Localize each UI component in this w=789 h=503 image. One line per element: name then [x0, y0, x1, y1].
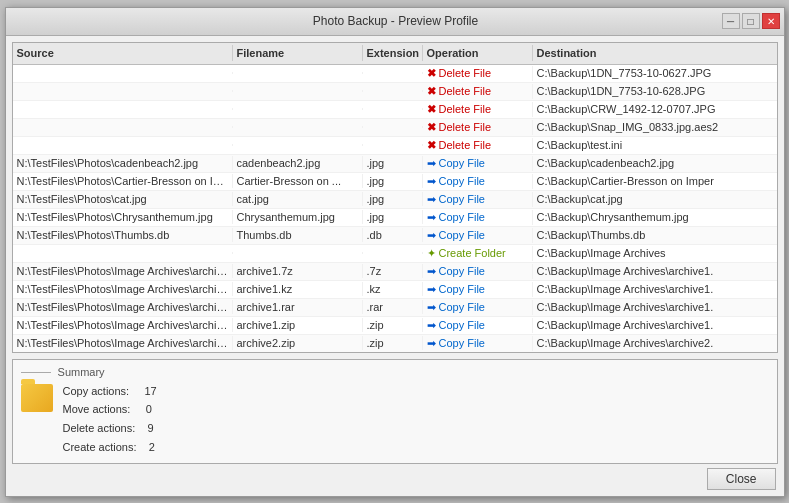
folder-icon: [21, 384, 53, 412]
table-row[interactable]: ✖Delete FileC:\Backup\Snap_IMG_0833.jpg.…: [13, 119, 777, 137]
cell-source: [13, 252, 233, 254]
delete-icon: ✖: [427, 85, 436, 98]
table-row[interactable]: N:\TestFiles\Photos\Image Archives\archi…: [13, 335, 777, 352]
file-table: Source Filename Extension Operation Dest…: [12, 42, 778, 353]
cell-filename: [233, 252, 363, 254]
cell-destination: C:\Backup\test.ini: [533, 138, 777, 152]
cell-operation: ✖Delete File: [423, 102, 533, 117]
table-row[interactable]: ✦Create FolderC:\Backup\Image Archives: [13, 245, 777, 263]
op-label: Copy File: [439, 211, 485, 223]
table-row[interactable]: N:\TestFiles\Photos\Chrysanthemum.jpgChr…: [13, 209, 777, 227]
copy-actions-label: Copy actions:: [63, 385, 130, 397]
table-row[interactable]: N:\TestFiles\Photos\Image Archives\archi…: [13, 299, 777, 317]
cell-extension: .kz: [363, 282, 423, 296]
minimize-button[interactable]: ─: [722, 13, 740, 29]
cell-operation: ➡Copy File: [423, 192, 533, 207]
main-window: Photo Backup - Preview Profile ─ □ ✕ Sou…: [5, 7, 785, 497]
cell-operation: ✦Create Folder: [423, 246, 533, 261]
delete-actions-row: Delete actions: 9: [63, 419, 157, 438]
cell-filename: archive1.7z: [233, 264, 363, 278]
cell-operation: ✖Delete File: [423, 138, 533, 153]
cell-extension: [363, 252, 423, 254]
cell-operation: ✖Delete File: [423, 84, 533, 99]
table-body[interactable]: ✖Delete FileC:\Backup\1DN_7753-10-0627.J…: [13, 65, 777, 352]
cell-destination: C:\Backup\cadenbeach2.jpg: [533, 156, 777, 170]
cell-extension: .jpg: [363, 156, 423, 170]
table-row[interactable]: N:\TestFiles\Photos\Image Archives\archi…: [13, 317, 777, 335]
cell-destination: C:\Backup\cat.jpg: [533, 192, 777, 206]
move-actions-label: Move actions:: [63, 403, 131, 415]
table-row[interactable]: ✖Delete FileC:\Backup\test.ini: [13, 137, 777, 155]
cell-operation: ➡Copy File: [423, 318, 533, 333]
cell-destination: C:\Backup\Image Archives\archive1.: [533, 318, 777, 332]
table-row[interactable]: N:\TestFiles\Photos\cat.jpgcat.jpg.jpg➡C…: [13, 191, 777, 209]
cell-operation: ➡Copy File: [423, 228, 533, 243]
cell-filename: archive1.kz: [233, 282, 363, 296]
col-header-filename: Filename: [233, 45, 363, 61]
cell-extension: [363, 144, 423, 146]
delete-icon: ✖: [427, 103, 436, 116]
op-label: Copy File: [439, 175, 485, 187]
cell-filename: [233, 90, 363, 92]
copy-icon: ➡: [427, 211, 436, 224]
cell-filename: Thumbs.db: [233, 228, 363, 242]
cell-operation: ➡Copy File: [423, 210, 533, 225]
cell-destination: C:\Backup\Thumbs.db: [533, 228, 777, 242]
maximize-button[interactable]: □: [742, 13, 760, 29]
table-row[interactable]: ✖Delete FileC:\Backup\CRW_1492-12-0707.J…: [13, 101, 777, 119]
footer: Close: [12, 464, 778, 490]
table-row[interactable]: N:\TestFiles\Photos\Image Archives\archi…: [13, 281, 777, 299]
cell-destination: C:\Backup\Chrysanthemum.jpg: [533, 210, 777, 224]
window-title: Photo Backup - Preview Profile: [70, 14, 722, 28]
cell-filename: [233, 126, 363, 128]
delete-actions-value: 9: [148, 422, 154, 434]
cell-destination: C:\Backup\1DN_7753-10-628.JPG: [533, 84, 777, 98]
cell-source: N:\TestFiles\Photos\Image Archives\archi…: [13, 264, 233, 278]
cell-destination: C:\Backup\Image Archives\archive1.: [533, 282, 777, 296]
cell-filename: archive1.rar: [233, 300, 363, 314]
col-header-destination: Destination: [533, 45, 778, 61]
cell-operation: ➡Copy File: [423, 336, 533, 351]
table-row[interactable]: N:\TestFiles\Photos\cadenbeach2.jpgcaden…: [13, 155, 777, 173]
cell-extension: .jpg: [363, 174, 423, 188]
op-label: Copy File: [439, 337, 485, 349]
cell-extension: .jpg: [363, 210, 423, 224]
create-actions-row: Create actions: 2: [63, 438, 157, 457]
cell-source: N:\TestFiles\Photos\Image Archives\archi…: [13, 318, 233, 332]
copy-actions-row: Copy actions: 17: [63, 382, 157, 401]
table-row[interactable]: N:\TestFiles\Photos\Cartier-Bresson on I…: [13, 173, 777, 191]
cell-extension: [363, 126, 423, 128]
cell-source: [13, 90, 233, 92]
move-actions-row: Move actions: 0: [63, 400, 157, 419]
table-row[interactable]: N:\TestFiles\Photos\Image Archives\archi…: [13, 263, 777, 281]
cell-source: [13, 144, 233, 146]
title-bar-buttons: ─ □ ✕: [722, 13, 780, 29]
close-window-button[interactable]: ✕: [762, 13, 780, 29]
cell-filename: [233, 72, 363, 74]
summary-stats: Copy actions: 17 Move actions: 0 Delete …: [63, 382, 157, 457]
table-row[interactable]: N:\TestFiles\Photos\Thumbs.dbThumbs.db.d…: [13, 227, 777, 245]
cell-destination: C:\Backup\Image Archives\archive2.: [533, 336, 777, 350]
cell-extension: .zip: [363, 336, 423, 350]
cell-destination: C:\Backup\Cartier-Bresson on Imper: [533, 174, 777, 188]
cell-filename: [233, 108, 363, 110]
cell-source: N:\TestFiles\Photos\Image Archives\archi…: [13, 300, 233, 314]
cell-source: N:\TestFiles\Photos\cadenbeach2.jpg: [13, 156, 233, 170]
create-actions-value: 2: [149, 441, 155, 453]
op-label: Copy File: [439, 283, 485, 295]
op-label: Copy File: [439, 193, 485, 205]
table-row[interactable]: ✖Delete FileC:\Backup\1DN_7753-10-628.JP…: [13, 83, 777, 101]
op-label: Delete File: [439, 85, 492, 97]
copy-actions-value: 17: [144, 385, 156, 397]
copy-icon: ➡: [427, 157, 436, 170]
cell-destination: C:\Backup\Image Archives\archive1.: [533, 264, 777, 278]
op-label: Copy File: [439, 301, 485, 313]
col-header-extension: Extension: [363, 45, 423, 61]
copy-icon: ➡: [427, 265, 436, 278]
cell-source: N:\TestFiles\Photos\Chrysanthemum.jpg: [13, 210, 233, 224]
cell-filename: Cartier-Bresson on ...: [233, 174, 363, 188]
cell-source: [13, 72, 233, 74]
summary-title: Summary: [21, 366, 769, 378]
close-button[interactable]: Close: [707, 468, 776, 490]
table-row[interactable]: ✖Delete FileC:\Backup\1DN_7753-10-0627.J…: [13, 65, 777, 83]
